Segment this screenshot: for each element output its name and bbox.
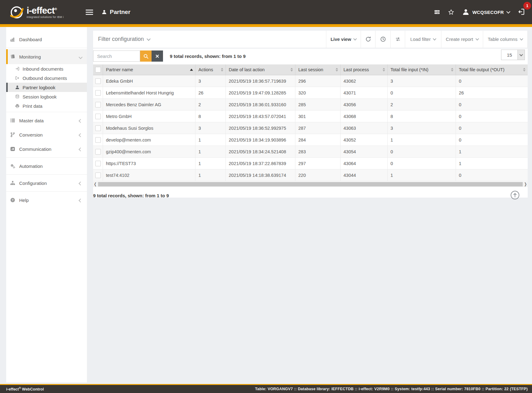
table-cell: 0 [456,99,528,111]
select-all-checkbox[interactable] [95,67,101,72]
table-row[interactable]: gzip400@menten.com12021/05/19 18:34:24.5… [93,146,528,158]
inbound-icon [15,67,19,71]
live-view-dropdown[interactable]: Live view [326,31,361,48]
sidebar-item-print-data[interactable]: Print data [6,101,87,111]
row-checkbox[interactable] [95,172,101,178]
scroll-to-top-button[interactable] [510,190,520,200]
row-checkbox[interactable] [95,137,101,143]
scroll-left-arrow[interactable]: ❬ [93,181,97,187]
table-cell: 1 [195,158,225,169]
table-columns-dropdown[interactable]: Table columns [483,31,528,48]
sidebar-item-label: Help [19,198,29,203]
page-size-select[interactable]: 15 [501,50,525,60]
logout-button[interactable] [518,8,526,16]
table-row[interactable]: Edeka GmbH32021/05/19 18:36:57.719639296… [93,75,528,87]
load-filter-dropdown[interactable]: Load filter [405,31,441,48]
refresh-button[interactable] [361,31,375,48]
table-cell: 43054 [340,146,387,158]
search-input[interactable] [93,50,140,62]
table-cell: 1 [456,146,528,158]
close-icon [155,54,160,59]
table-row[interactable]: Modehaus Susi Sorglos32021/05/19 18:36:5… [93,122,528,134]
row-checkbox-cell [93,134,103,146]
table-row[interactable]: Mercedes Benz Daimler AG22021/05/19 18:3… [93,99,528,111]
main-panel: 9 total records, shown: from 1 to 9 15 P… [93,49,528,198]
table-cell: 2021/05/19 18:34:19.903896 [225,134,295,146]
column-header-last-session[interactable]: Last session [295,64,340,75]
row-checkbox[interactable] [95,161,101,166]
table-cell: 1 [195,146,225,158]
row-checkbox-cell [93,99,103,111]
column-header-date-of-last-action[interactable]: Date of last action [225,64,295,75]
row-checkbox[interactable] [95,90,101,96]
table-cell: 26 [456,87,528,99]
sidebar-item-partner-logbook[interactable]: Partner logbook [6,83,87,92]
menu-toggle-icon[interactable] [86,8,93,16]
table-cell: 3 [195,122,225,134]
sidebar-item-help[interactable]: ? Help [6,193,87,207]
favorites-star-icon[interactable] [448,9,454,15]
search-button[interactable] [140,50,152,62]
search-row: 9 total records, shown: from 1 to 9 15 [93,49,528,62]
column-header-actions[interactable]: Actions [195,64,225,75]
table-cell: 43056 [340,99,387,111]
records-summary-top: 9 total records, shown: from 1 to 9 [170,54,246,59]
column-header-partner-name[interactable]: Partner name [103,64,195,75]
table-cell: 2021/05/19 18:43:57.072041 [225,111,295,122]
row-checkbox[interactable] [95,102,101,107]
sidebar-item-communication[interactable]: Communication [6,142,87,156]
table-cell: 43068 [340,111,387,122]
sidebar-item-automation[interactable]: Automation [6,159,87,173]
row-checkbox[interactable] [95,114,101,119]
sidebar-item-dashboard[interactable]: Dashboard [6,32,87,46]
sidebar-item-label: Session logbook [23,94,57,99]
user-menu[interactable]: WCQSECOFR [462,9,510,15]
clear-search-button[interactable] [152,50,163,62]
logo-tagline: integrated solutions for IBM i [27,16,64,19]
sidebar-item-monitoring[interactable]: Monitoring [6,49,87,64]
table-cell: 0 [387,158,456,169]
scrollbar-thumb[interactable] [98,182,523,186]
column-header-total-file-output[interactable]: Total file output (*OUT) [456,64,528,75]
sidebar-item-master-data[interactable]: Master data [6,113,87,128]
row-checkbox[interactable] [95,149,101,155]
sort-asc-icon [190,69,193,71]
scroll-right-arrow[interactable]: ❭ [523,181,528,187]
table-cell: 43062 [340,75,387,87]
table-cell: 220 [295,169,340,181]
table-cell: 283 [295,146,340,158]
table-cell: 43063 [340,122,387,134]
table-header: Partner name Actions Date of last action… [93,64,528,75]
schedule-button[interactable] [375,31,390,48]
sidebar-item-inbound-documents[interactable]: Inbound documents [6,64,87,73]
table-cell: Edeka GmbH [103,75,195,87]
server-icon[interactable] [434,9,440,15]
table-cell: 2 [195,99,225,111]
table-row[interactable]: https://TEST7312021/05/19 18:37:22.86783… [93,158,528,169]
table-cell: 2021/05/19 19:47:09.128285 [225,87,295,99]
sidebar-item-session-logbook[interactable]: Session logbook [6,92,87,101]
chevron-down-icon [517,50,525,60]
table-row[interactable]: Metro GmbH82021/05/19 18:43:57.072041301… [93,111,528,122]
divider [6,112,87,112]
create-report-dropdown[interactable]: Create report [441,31,483,48]
sidebar-item-label: Master data [19,118,44,123]
row-checkbox-cell [93,122,103,134]
column-header-total-file-input[interactable]: Total file input (*IN) [387,64,456,75]
table-cell: 0 [456,169,528,181]
print-icon [15,104,19,108]
logout-icon [518,8,525,15]
row-checkbox[interactable] [95,78,101,84]
chevron-left-icon [79,133,83,137]
table-cell: 2021/05/19 18:36:57.719639 [225,75,295,87]
sidebar-item-configuration[interactable]: Configuration [6,176,87,190]
row-checkbox[interactable] [95,125,101,131]
table-row[interactable]: test74:410212021/05/19 14:18:38.63917422… [93,169,528,181]
filter-configuration-dropdown[interactable]: Filter configuration [98,36,150,42]
sidebar-item-conversion[interactable]: Conversion [6,128,87,142]
table-row[interactable]: develop@menten.com12021/05/19 18:34:19.9… [93,134,528,146]
column-header-last-process[interactable]: Last process [340,64,387,75]
sidebar-item-outbound-documents[interactable]: Outbound documents [6,73,87,83]
repeat-button[interactable] [390,31,405,48]
table-row[interactable]: Lebensmittelhandel Horst Hungrig262021/0… [93,87,528,99]
